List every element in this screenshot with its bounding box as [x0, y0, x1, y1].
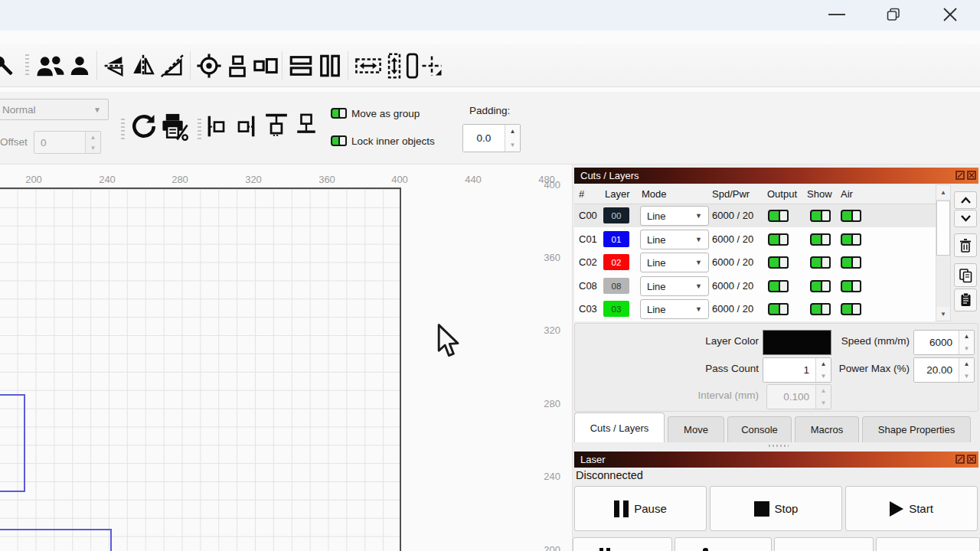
layer-color-swatch[interactable]: [763, 330, 831, 355]
layer-row[interactable]: C08 08 Line▼ 6000 / 20: [574, 275, 936, 298]
float-dock-icon[interactable]: [956, 171, 965, 180]
output-toggle[interactable]: [768, 233, 789, 246]
match-width-icon[interactable]: [352, 48, 384, 83]
mirror-across-line-icon[interactable]: [158, 48, 187, 83]
spinner-arrows[interactable]: ▲▼: [815, 385, 831, 409]
distribute-horizontal-icon[interactable]: [286, 48, 315, 83]
layer-row[interactable]: C00 00 Line▼ 6000 / 20: [574, 204, 936, 227]
move-as-group-toggle[interactable]: [331, 108, 347, 119]
tab-cuts-layers[interactable]: Cuts / Layers: [574, 412, 665, 442]
align-left-icon[interactable]: [204, 109, 231, 144]
two-point-rotate-icon[interactable]: [420, 48, 444, 83]
mode-dropdown[interactable]: Line▼: [640, 206, 709, 226]
air-toggle[interactable]: [841, 280, 861, 292]
output-toggle[interactable]: [768, 210, 789, 222]
output-toggle[interactable]: [768, 256, 789, 269]
show-toggle[interactable]: [810, 210, 831, 222]
speed-spinner[interactable]: 6000 ▲▼: [913, 330, 975, 355]
workspace-canvas[interactable]: 200 240 280 320 360 400 440 480 400 360 …: [0, 165, 573, 551]
toolbar-grip[interactable]: [25, 54, 29, 77]
align-top-icon[interactable]: [262, 107, 291, 142]
scroll-up-icon[interactable]: ▲: [936, 185, 950, 199]
align-right-icon[interactable]: [231, 109, 259, 144]
shape-rectangle[interactable]: [0, 394, 25, 492]
align-centers-horizontal-icon[interactable]: [251, 48, 280, 83]
match-height-icon[interactable]: [385, 48, 403, 83]
layer-color-chip[interactable]: 00: [603, 207, 629, 223]
laser-dock-titlebar[interactable]: Laser: [574, 452, 978, 468]
lock-inner-objects-toggle[interactable]: [331, 135, 347, 146]
output-toggle[interactable]: [768, 303, 789, 315]
focus-target-icon[interactable]: [195, 48, 223, 83]
show-toggle[interactable]: [810, 303, 831, 315]
save-gcode-button[interactable]: [774, 537, 874, 551]
layer-row[interactable]: C01 01 Line▼ 6000 / 20: [574, 228, 936, 251]
tab-shape-properties[interactable]: Shape Properties: [862, 416, 971, 442]
close-button[interactable]: [933, 0, 968, 29]
close-dock-icon[interactable]: [967, 455, 976, 464]
restore-button[interactable]: [876, 0, 911, 29]
toolbar-grip[interactable]: [198, 119, 201, 142]
frame-button[interactable]: [573, 537, 672, 551]
tab-move[interactable]: Move: [668, 416, 724, 442]
padding-spinner[interactable]: 0.0 ▲▼: [462, 124, 521, 152]
power-max-spinner[interactable]: 20.00 ▲▼: [913, 357, 975, 383]
pause-button[interactable]: Pause: [574, 486, 707, 531]
delete-layer-button[interactable]: [954, 233, 977, 257]
spinner-arrows[interactable]: ▲▼: [959, 331, 974, 354]
air-toggle[interactable]: [841, 210, 861, 222]
print-cut-icon[interactable]: [158, 109, 190, 144]
mode-dropdown[interactable]: Line▼: [640, 276, 709, 296]
start-button[interactable]: Start: [845, 486, 978, 531]
scroll-down-icon[interactable]: ▼: [936, 307, 950, 321]
scrollbar-thumb[interactable]: [936, 201, 950, 256]
mode-dropdown[interactable]: Line▼: [640, 299, 709, 319]
align-centers-vertical-icon[interactable]: [224, 48, 251, 83]
close-dock-icon[interactable]: [967, 171, 976, 180]
air-toggle[interactable]: [841, 256, 861, 269]
move-layer-up-button[interactable]: [954, 191, 977, 209]
frame-circle-button[interactable]: [675, 537, 772, 551]
layer-table-scrollbar[interactable]: ▲ ▼: [936, 184, 951, 321]
layer-color-chip[interactable]: 08: [603, 278, 629, 294]
rounded-rect-icon[interactable]: [404, 48, 420, 83]
show-toggle[interactable]: [810, 280, 831, 292]
show-toggle[interactable]: [810, 256, 831, 269]
copy-layer-button[interactable]: [954, 263, 977, 287]
spinner-arrows[interactable]: ▲▼: [85, 132, 100, 153]
mode-dropdown[interactable]: Line▼: [640, 253, 709, 272]
align-bottom-icon[interactable]: [292, 107, 320, 142]
settings-wrench-icon[interactable]: [0, 48, 15, 83]
show-toggle[interactable]: [810, 233, 831, 246]
tab-console[interactable]: Console: [727, 416, 792, 442]
run-gcode-button[interactable]: [876, 537, 980, 551]
mode-dropdown[interactable]: Line▼: [640, 230, 709, 249]
layer-color-chip[interactable]: 03: [603, 301, 629, 317]
pass-count-spinner[interactable]: 1 ▲▼: [763, 357, 831, 383]
interval-spinner[interactable]: 0.100 ▲▼: [766, 384, 831, 409]
offset-spinner[interactable]: 0 ▲▼: [34, 131, 101, 154]
refresh-rotate-icon[interactable]: [129, 109, 159, 144]
layer-row[interactable]: C02 02 Line▼ 6000 / 20: [574, 251, 936, 274]
ungroup-objects-icon[interactable]: [67, 48, 92, 83]
minimize-button[interactable]: [819, 0, 854, 29]
layer-color-chip[interactable]: 01: [603, 231, 629, 247]
float-dock-icon[interactable]: [956, 455, 965, 464]
stop-button[interactable]: Stop: [710, 486, 842, 531]
flip-vertical-icon[interactable]: [102, 48, 128, 83]
cuts-layers-dock-titlebar[interactable]: Cuts / Layers: [574, 168, 978, 184]
spinner-arrows[interactable]: ▲▼: [959, 358, 974, 382]
tab-macros[interactable]: Macros: [795, 416, 859, 442]
shape-rectangle[interactable]: [0, 529, 112, 551]
air-toggle[interactable]: [841, 233, 861, 246]
layer-color-chip[interactable]: 02: [603, 254, 629, 270]
air-toggle[interactable]: [841, 303, 861, 315]
toolbar-grip[interactable]: [121, 119, 125, 142]
flip-horizontal-icon[interactable]: [129, 48, 158, 83]
output-toggle[interactable]: [768, 280, 789, 292]
layer-row[interactable]: C03 03 Line▼ 6000 / 20: [574, 298, 936, 321]
mode-select[interactable]: Normal ▼: [0, 99, 109, 120]
move-layer-down-button[interactable]: [954, 210, 977, 227]
spinner-arrows[interactable]: ▲▼: [505, 125, 520, 152]
paste-layer-button[interactable]: [954, 289, 977, 311]
